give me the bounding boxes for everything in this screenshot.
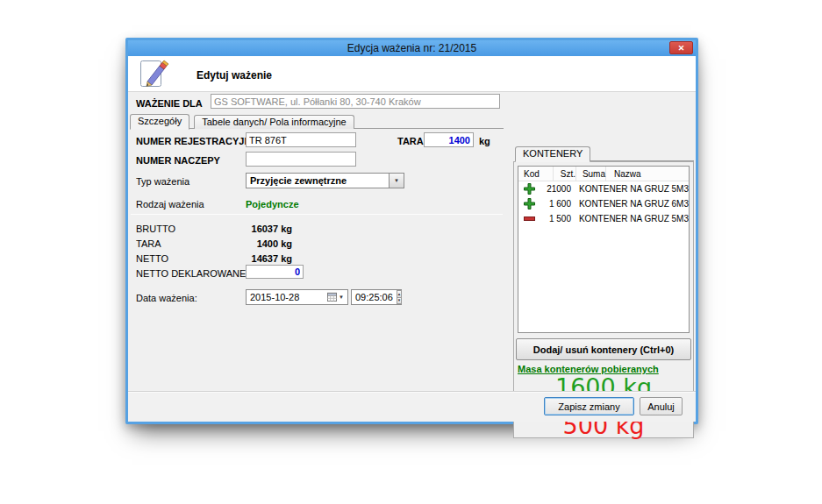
dialog-body: WAŻENIE DLA Szczegóły Tabele danych/ Pol… [128, 92, 696, 391]
close-icon: ✕ [678, 44, 685, 53]
left-tabstrip: Szczegóły Tabele danych/ Pola informacyj… [130, 114, 504, 129]
tab-kontenery-label: KONTENERY [523, 148, 583, 159]
chevron-down-icon: ▼ [394, 178, 399, 183]
numer-rejestracyjny-label: NUMER REJESTRACYJNY [136, 136, 258, 146]
cell-szt: 1 [541, 214, 554, 224]
cell-suma: 600 [554, 199, 571, 209]
tab-tabele-danych-label: Tabele danych/ Pola informacyjne [202, 117, 346, 127]
numer-naczepy-label: NUMER NACZEPY [136, 155, 220, 166]
table-row[interactable]: 2 1000 KONTENER NA GRUZ 5M3 [518, 181, 689, 196]
date-value: 2015-10-28 [247, 292, 325, 302]
date-dropdown-button[interactable]: ▼ [325, 292, 347, 303]
col-szt: Szt. [554, 167, 576, 181]
numer-rejestracyjny-field[interactable] [246, 132, 356, 147]
numer-naczepy-field[interactable] [246, 152, 356, 167]
cancel-button[interactable]: Anuluj [640, 397, 683, 415]
window-title: Edycja ważenia nr: 21/2015 [347, 42, 476, 54]
cell-szt: 2 [540, 184, 552, 194]
kontenery-table-header: Kod Szt. Suma Nazwa [518, 167, 689, 181]
separator [131, 214, 503, 215]
spinner-down-icon[interactable]: ▼ [397, 298, 402, 305]
time-value: 09:25:06 [352, 292, 397, 302]
kontenery-tabstrip: KONTENERY [515, 146, 694, 161]
kontenery-table: Kod Szt. Suma Nazwa 2 1000 KONTENER NA G… [518, 166, 690, 333]
cell-suma: 1000 [552, 184, 571, 194]
wazenie-dla-field[interactable] [211, 94, 500, 109]
netto-label: NETTO [136, 253, 168, 264]
date-picker[interactable]: 2015-10-28 ▼ [246, 289, 348, 305]
time-picker[interactable]: 09:25:06 ▲ ▼ [351, 289, 402, 305]
save-button[interactable]: Zapisz zmiany [544, 397, 634, 415]
combo-dropdown-button[interactable]: ▼ [389, 174, 404, 188]
chevron-down-icon: ▼ [339, 295, 344, 300]
cell-suma: 500 [554, 214, 571, 224]
dialog-footer: Zapisz zmiany Anuluj [128, 391, 696, 422]
typ-wazenia-value: Przyjęcie zewnętrzne [247, 174, 389, 188]
table-row[interactable]: 1 600 KONTENER NA GRUZ 6M3 [518, 196, 689, 211]
netto-value: 14637 kg [216, 253, 292, 264]
brutto-label: BRUTTO [136, 224, 175, 234]
netto-deklarowane-field[interactable] [246, 265, 304, 279]
tara-unit-label: kg [479, 136, 490, 146]
col-nazwa: Nazwa [606, 167, 689, 181]
tara-row-label: TARA [136, 238, 161, 249]
titlebar[interactable]: Edycja ważenia nr: 21/2015 ✕ [128, 40, 696, 56]
cell-nazwa: KONTENER NA GRUZ 5M3 [571, 214, 689, 224]
rodzaj-wazenia-value: Pojedyncze [246, 199, 299, 209]
data-wazenia-label: Data ważenia: [136, 293, 197, 303]
edit-pencil-icon [139, 60, 171, 90]
tara-row-value: 1400 kg [216, 238, 292, 249]
tab-kontenery[interactable]: KONTENERY [515, 146, 590, 162]
typ-wazenia-label: Typ ważenia [136, 176, 189, 187]
tara-input-label: TARA [397, 136, 424, 146]
time-spinner[interactable]: ▲ ▼ [397, 290, 402, 304]
close-button[interactable]: ✕ [669, 41, 693, 54]
brutto-value: 16037 kg [216, 224, 292, 234]
edit-weighing-dialog: Edycja ważenia nr: 21/2015 ✕ Edytuj waże… [125, 38, 698, 424]
add-remove-containers-button[interactable]: Dodaj/ usuń kontenery (Ctrl+0) [516, 338, 691, 360]
calendar-icon [327, 292, 337, 303]
table-row[interactable]: 1 500 KONTENER NA GRUZ 5M3 [518, 211, 689, 226]
spinner-up-icon[interactable]: ▲ [397, 290, 402, 298]
col-kod: Kod [518, 167, 554, 181]
tab-szczegoly[interactable]: Szczegóły [130, 114, 189, 130]
wazenie-dla-label: WAŻENIE DLA [136, 98, 203, 109]
tara-field[interactable] [424, 132, 474, 147]
kod-icon [524, 183, 535, 193]
cell-nazwa: KONTENER NA GRUZ 5M3 [571, 184, 689, 194]
cell-nazwa: KONTENER NA GRUZ 6M3 [571, 199, 689, 209]
col-suma: Suma [576, 167, 606, 181]
tab-szczegoly-label: Szczegóły [138, 116, 182, 126]
kod-icon [524, 213, 535, 223]
netto-deklarowane-label: NETTO DEKLAROWANE [136, 268, 246, 279]
dialog-header: Edytuj ważenie [128, 56, 696, 92]
dialog-title: Edytuj ważenie [197, 69, 272, 82]
tab-tabele-danych[interactable]: Tabele danych/ Pola informacyjne [194, 115, 354, 129]
rodzaj-wazenia-label: Rodzaj ważenia [136, 199, 204, 209]
cell-szt: 1 [541, 199, 554, 209]
typ-wazenia-combobox[interactable]: Przyjęcie zewnętrzne ▼ [246, 173, 404, 188]
kod-icon [524, 198, 535, 208]
